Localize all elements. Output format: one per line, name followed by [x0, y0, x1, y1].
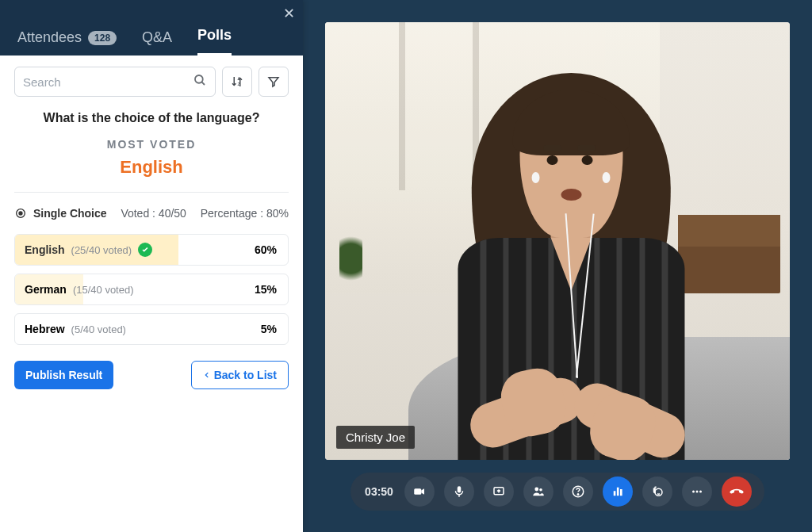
poll-type-label: Single Choice — [33, 207, 107, 220]
svg-rect-7 — [458, 486, 462, 492]
phone-hangup-icon — [729, 484, 745, 499]
presenter-video[interactable]: Christy Joe — [325, 22, 790, 460]
back-label: Back to List — [214, 369, 277, 381]
attendees-count-badge: 128 — [88, 31, 117, 45]
panel-tabs: Attendees 128 Q&A Polls — [17, 27, 285, 55]
search-icon[interactable] — [193, 73, 207, 90]
chevron-left-icon — [203, 370, 211, 380]
svg-line-1 — [201, 82, 205, 85]
camera-button[interactable] — [404, 477, 435, 507]
poll-winner: English — [14, 157, 289, 178]
svg-rect-14 — [617, 488, 619, 496]
svg-point-10 — [539, 488, 542, 492]
meeting-toolbar: 03:50 — [350, 473, 764, 511]
poll-question: What is the choice of the language? — [14, 111, 289, 125]
tab-label: Attendees — [17, 29, 82, 46]
meeting-timer: 03:50 — [365, 485, 393, 498]
option-votes: (5/40 voted) — [71, 323, 126, 335]
bars-icon — [611, 484, 625, 499]
svg-point-5 — [19, 212, 22, 215]
option-name: German — [25, 283, 67, 296]
svg-point-18 — [695, 491, 698, 493]
option-percentage: 60% — [255, 243, 288, 256]
tab-attendees[interactable]: Attendees 128 — [17, 29, 117, 55]
option-name: Hebrew — [25, 323, 65, 335]
polls-panel: ✕ Attendees 128 Q&A Polls AZ — [0, 0, 303, 532]
svg-point-12 — [577, 494, 579, 496]
poll-option[interactable]: German(15/40 voted)15% — [14, 274, 289, 305]
svg-rect-15 — [620, 489, 622, 496]
poll-options: English(25/40 voted)60%German(15/40 vote… — [14, 234, 289, 345]
video-icon — [412, 484, 427, 499]
voted-percentage: Percentage : 80% — [201, 207, 289, 220]
help-button[interactable] — [563, 477, 593, 507]
poll-option[interactable]: Hebrew(5/40 voted)5% — [14, 313, 289, 345]
close-icon[interactable]: ✕ — [283, 5, 295, 22]
voted-count: Voted : 40/50 — [121, 207, 186, 220]
participants-button[interactable] — [523, 477, 553, 507]
reactions-button[interactable] — [642, 477, 672, 507]
svg-rect-13 — [614, 491, 616, 496]
panel-body: AZ What is the choice of the language? M… — [0, 55, 303, 400]
svg-point-9 — [534, 488, 538, 492]
video-illustration — [325, 22, 790, 460]
option-votes: (25/40 voted) — [71, 244, 132, 256]
radio-icon — [14, 207, 27, 220]
option-percentage: 5% — [261, 323, 288, 335]
publish-result-button[interactable]: Publish Result — [14, 361, 113, 389]
svg-point-17 — [692, 491, 695, 493]
back-to-list-button[interactable]: Back to List — [191, 361, 289, 389]
microphone-icon — [452, 484, 466, 499]
poll-option[interactable]: English(25/40 voted)60% — [14, 234, 289, 266]
poll-type: Single Choice — [14, 207, 107, 220]
svg-point-0 — [195, 75, 203, 83]
option-percentage: 15% — [255, 283, 288, 296]
people-icon — [531, 484, 546, 499]
question-icon — [571, 484, 585, 499]
option-votes: (15/40 voted) — [73, 284, 134, 296]
poll-actions: Publish Result Back to List — [14, 361, 289, 389]
panel-header: ✕ Attendees 128 Q&A Polls — [0, 0, 303, 55]
poll-meta: Single Choice Voted : 40/50 Percentage :… — [14, 207, 289, 220]
polls-button[interactable] — [603, 477, 633, 507]
divider — [14, 192, 289, 193]
mic-button[interactable] — [444, 477, 474, 507]
search-box[interactable] — [14, 67, 216, 97]
meeting-stage: Christy Joe 03:50 — [303, 0, 812, 532]
svg-text:A: A — [237, 76, 240, 81]
most-voted-label: MOST VOTED — [14, 138, 289, 151]
tab-qa[interactable]: Q&A — [142, 29, 172, 55]
tab-label: Q&A — [142, 29, 172, 46]
sort-button[interactable]: AZ — [222, 67, 252, 97]
tab-polls[interactable]: Polls — [197, 27, 232, 55]
option-name: English — [25, 243, 65, 256]
dots-icon — [690, 484, 704, 499]
search-input[interactable] — [23, 75, 193, 89]
tab-label: Polls — [197, 27, 232, 44]
svg-point-19 — [699, 491, 702, 493]
share-button[interactable] — [484, 477, 514, 507]
hand-smile-icon — [650, 484, 665, 499]
filter-button[interactable] — [259, 67, 289, 97]
check-icon — [138, 243, 152, 257]
presenter-name: Christy Joe — [336, 426, 415, 449]
search-row: AZ — [14, 67, 289, 97]
end-call-button[interactable] — [722, 477, 752, 507]
more-button[interactable] — [682, 477, 712, 507]
svg-rect-6 — [414, 488, 421, 495]
share-screen-icon — [492, 484, 506, 499]
